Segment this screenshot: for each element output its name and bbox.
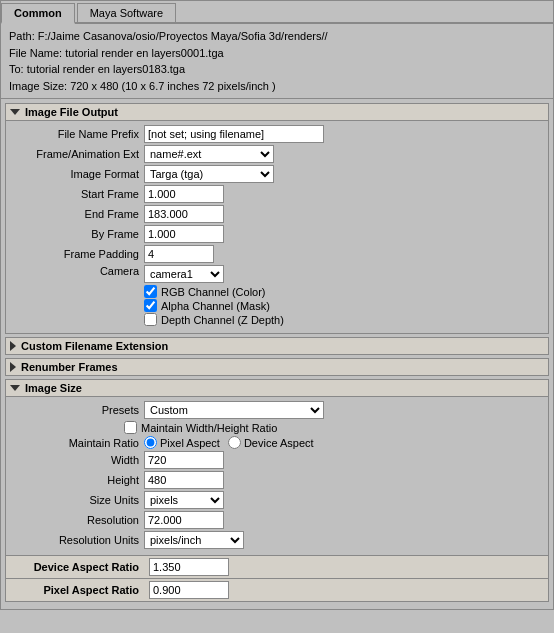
camera-label: Camera [14,265,144,327]
maintain-ratio-row: Maintain Ratio Pixel Aspect Device Aspec… [14,436,540,449]
end-frame-input[interactable] [144,205,224,223]
tab-common[interactable]: Common [1,3,75,24]
collapse-triangle-image-output [10,109,20,115]
file-name-prefix-input[interactable] [144,125,324,143]
image-format-row: Image Format Targa (tga) [14,165,540,183]
pixel-aspect-radio-item: Pixel Aspect [144,436,220,449]
end-frame-row: End Frame [14,205,540,223]
frame-anim-ext-label: Frame/Animation Ext [14,148,144,160]
info-area: Path: F:/Jaime Casanova/osio/Proyectos M… [1,24,553,99]
start-frame-label: Start Frame [14,188,144,200]
device-aspect-ratio-row: Device Aspect Ratio [6,555,548,578]
start-frame-input[interactable] [144,185,224,203]
rgb-channel-checkbox[interactable] [144,285,157,298]
main-container: Common Maya Software Path: F:/Jaime Casa… [0,0,554,610]
height-label: Height [14,474,144,486]
maintain-wh-ratio-row: Maintain Width/Height Ratio [14,421,540,434]
section-image-file-output-title: Image File Output [25,106,118,118]
device-aspect-label: Device Aspect [244,437,314,449]
depth-channel-label: Depth Channel (Z Depth) [161,314,284,326]
collapse-triangle-image-size [10,385,20,391]
camera-area: Camera camera1 RGB Channel (Color) [14,265,540,327]
section-custom-filename-header[interactable]: Custom Filename Extension [6,338,548,354]
presets-select[interactable]: Custom [144,401,324,419]
content-area: Image File Output File Name Prefix Frame… [1,99,553,609]
device-aspect-radio-item: Device Aspect [228,436,314,449]
width-label: Width [14,454,144,466]
pixel-aspect-ratio-input[interactable] [149,581,229,599]
pixel-aspect-ratio-label: Pixel Aspect Ratio [14,584,144,596]
by-frame-label: By Frame [14,228,144,240]
maintain-wh-ratio-label: Maintain Width/Height Ratio [141,422,277,434]
resolution-units-row: Resolution Units pixels/inch [14,531,540,549]
section-image-size-body: Presets Custom Maintain Width/Height Rat… [6,397,548,555]
section-renumber-frames-header[interactable]: Renumber Frames [6,359,548,375]
alpha-channel-checkbox[interactable] [144,299,157,312]
depth-channel-checkbox[interactable] [144,313,157,326]
expand-triangle-custom-filename [10,341,16,351]
section-custom-filename-title: Custom Filename Extension [21,340,168,352]
resolution-input[interactable] [144,511,224,529]
size-units-row: Size Units pixels [14,491,540,509]
maintain-wh-ratio-checkbox[interactable] [124,421,137,434]
end-frame-label: End Frame [14,208,144,220]
pixel-aspect-label: Pixel Aspect [160,437,220,449]
file-name-prefix-label: File Name Prefix [14,128,144,140]
section-image-file-output-header[interactable]: Image File Output [6,104,548,121]
device-aspect-ratio-label: Device Aspect Ratio [14,561,144,573]
alpha-channel-label: Alpha Channel (Mask) [161,300,270,312]
camera-controls: camera1 RGB Channel (Color) Alpha Channe… [144,265,284,327]
presets-label: Presets [14,404,144,416]
frame-anim-ext-row: Frame/Animation Ext name#.ext [14,145,540,163]
camera-select-row: camera1 [144,265,284,283]
section-image-size-title: Image Size [25,382,82,394]
image-format-label: Image Format [14,168,144,180]
resolution-row: Resolution [14,511,540,529]
path-line: Path: F:/Jaime Casanova/osio/Proyectos M… [9,28,545,45]
imagesize-line: Image Size: 720 x 480 (10 x 6.7 inches 7… [9,78,545,95]
by-frame-input[interactable] [144,225,224,243]
width-input[interactable] [144,451,224,469]
height-input[interactable] [144,471,224,489]
frame-padding-row: Frame Padding [14,245,540,263]
maintain-ratio-radio-group: Pixel Aspect Device Aspect [144,436,314,449]
file-name-prefix-row: File Name Prefix [14,125,540,143]
expand-triangle-renumber-frames [10,362,16,372]
alpha-channel-row: Alpha Channel (Mask) [144,299,284,312]
camera-select[interactable]: camera1 [144,265,224,283]
filename-line: File Name: tutorial render en layers0001… [9,45,545,62]
by-frame-row: By Frame [14,225,540,243]
channel-checkboxes: RGB Channel (Color) Alpha Channel (Mask)… [144,285,284,327]
resolution-label: Resolution [14,514,144,526]
section-custom-filename: Custom Filename Extension [5,337,549,355]
section-renumber-frames: Renumber Frames [5,358,549,376]
start-frame-row: Start Frame [14,185,540,203]
pixel-aspect-radio[interactable] [144,436,157,449]
resolution-units-select[interactable]: pixels/inch [144,531,244,549]
size-units-select[interactable]: pixels [144,491,224,509]
resolution-units-label: Resolution Units [14,534,144,546]
presets-row: Presets Custom [14,401,540,419]
section-image-file-output: Image File Output File Name Prefix Frame… [5,103,549,334]
width-row: Width [14,451,540,469]
maintain-ratio-label: Maintain Ratio [14,437,144,449]
frame-anim-ext-select[interactable]: name#.ext [144,145,274,163]
pixel-aspect-ratio-row: Pixel Aspect Ratio [6,578,548,601]
device-aspect-radio[interactable] [228,436,241,449]
rgb-channel-row: RGB Channel (Color) [144,285,284,298]
to-line: To: tutorial render en layers0183.tga [9,61,545,78]
rgb-channel-label: RGB Channel (Color) [161,286,266,298]
tabs-bar: Common Maya Software [1,1,553,24]
size-units-label: Size Units [14,494,144,506]
image-format-select[interactable]: Targa (tga) [144,165,274,183]
height-row: Height [14,471,540,489]
section-image-file-output-body: File Name Prefix Frame/Animation Ext nam… [6,121,548,333]
section-renumber-frames-title: Renumber Frames [21,361,118,373]
depth-channel-row: Depth Channel (Z Depth) [144,313,284,326]
device-aspect-ratio-input[interactable] [149,558,229,576]
tab-maya-software[interactable]: Maya Software [77,3,176,22]
section-image-size-header[interactable]: Image Size [6,380,548,397]
frame-padding-label: Frame Padding [14,248,144,260]
section-image-size: Image Size Presets Custom Maintain Width… [5,379,549,602]
frame-padding-input[interactable] [144,245,214,263]
